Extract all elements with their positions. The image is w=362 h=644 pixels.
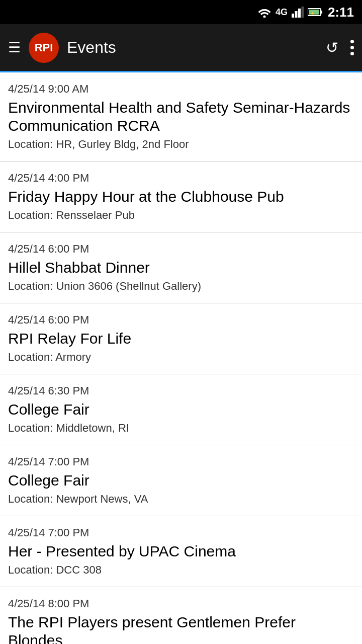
event-datetime: 4/25/14 8:00 PM (8, 597, 354, 610)
toolbar: ☰ RPI Events ↺ (0, 24, 362, 72)
event-title: RPI Relay For Life (8, 330, 354, 348)
event-datetime: 4/25/14 4:00 PM (8, 172, 354, 185)
more-options-icon[interactable] (350, 40, 354, 55)
svg-rect-3 (298, 9, 301, 18)
svg-rect-2 (295, 11, 297, 18)
rpi-logo: RPI (29, 33, 59, 63)
refresh-icon[interactable]: ↺ (326, 39, 338, 56)
wifi-icon (257, 7, 272, 18)
list-item[interactable]: 4/25/14 6:00 PMRPI Relay For LifeLocatio… (0, 303, 362, 374)
signal-bars-icon (292, 7, 304, 18)
event-location: Location: Armory (8, 351, 354, 364)
list-item[interactable]: 4/25/14 6:00 PMHillel Shabbat DinnerLoca… (0, 232, 362, 303)
event-title: The RPI Players present Gentlemen Prefer… (8, 613, 354, 644)
event-datetime: 4/25/14 6:00 PM (8, 243, 354, 256)
event-datetime: 4/25/14 7:00 PM (8, 455, 354, 468)
event-location: Location: Rensselaer Pub (8, 209, 354, 222)
list-item[interactable]: 4/25/14 7:00 PMHer - Presented by UPAC C… (0, 516, 362, 587)
toolbar-actions: ↺ (326, 39, 354, 56)
list-item[interactable]: 4/25/14 9:00 AMEnvironmental Health and … (0, 72, 362, 162)
events-list: 4/25/14 9:00 AMEnvironmental Health and … (0, 72, 362, 644)
svg-rect-7 (321, 11, 322, 14)
event-title: Her - Presented by UPAC Cinema (8, 542, 354, 560)
event-title: College Fair (8, 471, 354, 490)
event-title: Environmental Health and Safety Seminar-… (8, 99, 354, 135)
status-time: 2:11 (328, 5, 354, 20)
event-title: College Fair (8, 400, 354, 419)
list-item[interactable]: 4/25/14 7:00 PMCollege FairLocation: New… (0, 445, 362, 516)
event-location: Location: DCC 308 (8, 564, 354, 577)
status-icons: 4G ⚡ (257, 7, 323, 18)
battery-icon: ⚡ (308, 8, 323, 17)
event-location: Location: HR, Gurley Bldg, 2nd Floor (8, 138, 354, 151)
svg-point-0 (263, 16, 265, 18)
page-title: Events (67, 38, 318, 57)
list-item[interactable]: 4/25/14 6:30 PMCollege FairLocation: Mid… (0, 374, 362, 445)
event-datetime: 4/25/14 9:00 AM (8, 83, 354, 96)
event-location: Location: Middletown, RI (8, 422, 354, 435)
event-datetime: 4/25/14 7:00 PM (8, 526, 354, 539)
event-datetime: 4/25/14 6:00 PM (8, 313, 354, 327)
list-item[interactable]: 4/25/14 8:00 PMThe RPI Players present G… (0, 587, 362, 644)
list-item[interactable]: 4/25/14 4:00 PMFriday Happy Hour at the … (0, 162, 362, 232)
svg-rect-4 (301, 7, 304, 18)
event-datetime: 4/25/14 6:30 PM (8, 384, 354, 397)
event-title: Hillel Shabbat Dinner (8, 259, 354, 277)
event-location: Location: Union 3606 (Shellnut Gallery) (8, 280, 354, 293)
status-bar: 4G ⚡ 2:11 (0, 0, 362, 24)
signal-strength-icon: 4G (276, 7, 288, 18)
event-location: Location: Newport News, VA (8, 493, 354, 506)
svg-rect-1 (292, 14, 294, 18)
event-title: Friday Happy Hour at the Clubhouse Pub (8, 188, 354, 206)
svg-text:⚡: ⚡ (310, 11, 315, 16)
hamburger-menu-icon[interactable]: ☰ (8, 39, 21, 56)
